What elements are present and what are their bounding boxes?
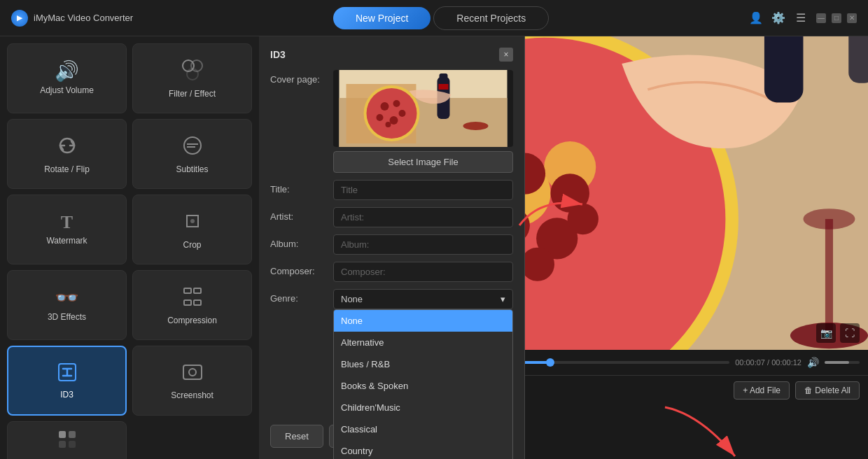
progress-thumb xyxy=(546,358,554,367)
genre-option-country[interactable]: Country xyxy=(334,440,512,459)
screenshot-icon xyxy=(182,362,203,386)
artist-input[interactable] xyxy=(333,207,513,227)
svg-point-50 xyxy=(568,204,598,234)
tool-compression-label: Compression xyxy=(167,316,217,325)
tool-filter-effect-label: Filter / Effect xyxy=(169,89,216,99)
artist-input-wrapper xyxy=(333,207,513,227)
album-field-row: Album: xyxy=(270,234,513,255)
genre-field-row: Genre: None ▾ None Alternative Blues / R… xyxy=(270,289,513,309)
id3-icon xyxy=(57,362,77,386)
genre-select-button[interactable]: None ▾ xyxy=(333,289,513,309)
genre-option-blues[interactable]: Blues / R&B xyxy=(334,353,512,375)
cover-image-svg xyxy=(333,70,513,147)
genre-option-classical[interactable]: Classical xyxy=(334,418,512,440)
rotate-flip-icon xyxy=(56,134,78,160)
tools-sidebar: 🔊 Adjust Volume Filter / Effect Rotate /… xyxy=(0,36,259,459)
tool-screenshot[interactable]: Screenshot xyxy=(132,346,252,416)
tool-crop-label: Crop xyxy=(183,240,201,250)
genre-option-none[interactable]: None xyxy=(334,310,512,332)
svg-rect-13 xyxy=(183,365,202,379)
adjust-volume-icon: 🔊 xyxy=(55,62,79,81)
tab-recent-projects[interactable]: Recent Projects xyxy=(433,6,549,30)
menu-icon[interactable]: ☰ xyxy=(794,11,808,25)
svg-point-59 xyxy=(803,209,855,230)
genre-label: Genre: xyxy=(270,289,326,304)
volume-bar[interactable] xyxy=(825,361,860,364)
svg-point-29 xyxy=(386,122,391,127)
watermark-icon: T xyxy=(61,213,73,232)
svg-point-25 xyxy=(393,100,400,107)
artist-field-row: Artist: xyxy=(270,207,513,227)
main-content: 🔊 Adjust Volume Filter / Effect Rotate /… xyxy=(0,36,868,459)
tool-rotate-flip-label: Rotate / Flip xyxy=(44,164,90,174)
tool-compression[interactable]: Compression xyxy=(132,270,252,340)
account-icon[interactable]: 👤 xyxy=(749,11,763,25)
time-current: 00:00:07 xyxy=(735,358,765,367)
svg-rect-31 xyxy=(440,73,448,84)
tool-subtitles[interactable]: Subtitles xyxy=(132,119,252,189)
tool-id3[interactable]: ID3 xyxy=(7,346,127,416)
fullscreen-icon[interactable]: ⛶ xyxy=(840,323,860,343)
subtitles-icon xyxy=(181,134,204,160)
genre-option-childrens[interactable]: Children'Music xyxy=(334,397,512,418)
svg-rect-17 xyxy=(59,441,66,448)
composer-input[interactable] xyxy=(333,262,513,282)
svg-rect-11 xyxy=(194,300,201,305)
tab-new-project[interactable]: New Project xyxy=(333,7,430,29)
3d-effects-icon: 👓 xyxy=(55,288,79,308)
album-input-wrapper xyxy=(333,234,513,255)
close-button[interactable]: ✕ xyxy=(847,13,857,23)
svg-rect-58 xyxy=(825,219,833,336)
svg-point-14 xyxy=(189,369,196,376)
minimize-button[interactable]: — xyxy=(816,13,826,23)
window-controls: — □ ✕ xyxy=(816,13,857,23)
tool-rotate-flip[interactable]: Rotate / Flip xyxy=(7,119,127,189)
tool-filter-effect[interactable]: Filter / Effect xyxy=(132,43,252,113)
title-input-wrapper xyxy=(333,180,513,200)
svg-rect-18 xyxy=(69,441,76,448)
genre-dropdown-list: None Alternative Blues / R&B Books & Spo… xyxy=(333,309,513,459)
tool-3d-effects[interactable]: 👓 3D Effects xyxy=(7,270,127,340)
tool-crop[interactable]: Crop xyxy=(132,195,252,264)
svg-rect-16 xyxy=(69,431,76,438)
svg-rect-15 xyxy=(59,431,66,438)
delete-all-button[interactable]: 🗑 Delete All xyxy=(795,381,860,400)
app-identity: ▶ iMyMac Video Converter xyxy=(11,10,133,27)
tool-subtitles-label: Subtitles xyxy=(176,164,208,174)
volume-icon[interactable]: 🔊 xyxy=(807,357,819,368)
dialog-title: ID3 xyxy=(270,49,286,60)
tool-watermark-label: Watermark xyxy=(46,236,87,246)
cover-page-field: Cover page: xyxy=(270,70,513,173)
tool-more[interactable]: More xyxy=(7,421,127,459)
cover-image xyxy=(333,70,513,147)
select-image-button[interactable]: Select Image File xyxy=(333,151,513,173)
preview-icons: 📷 ⛶ xyxy=(816,323,860,343)
tool-watermark[interactable]: T Watermark xyxy=(7,195,127,264)
tab-group: New Project Recent Projects xyxy=(333,6,549,30)
reset-button[interactable]: Reset xyxy=(270,425,323,448)
svg-point-3 xyxy=(184,137,201,154)
title-label: Title: xyxy=(270,180,326,195)
title-bar-controls: 👤 ⚙️ ☰ — □ ✕ xyxy=(749,11,857,25)
snapshot-icon[interactable]: 📷 xyxy=(816,323,836,343)
cover-page-label: Cover page: xyxy=(270,70,326,85)
album-input[interactable] xyxy=(333,234,513,255)
genre-option-alternative[interactable]: Alternative xyxy=(334,332,512,353)
add-file-button[interactable]: + Add File xyxy=(734,381,790,400)
svg-point-26 xyxy=(377,114,384,121)
title-input[interactable] xyxy=(333,180,513,200)
svg-point-33 xyxy=(463,122,489,130)
svg-point-23 xyxy=(367,88,417,139)
svg-point-27 xyxy=(390,116,398,125)
settings-icon[interactable]: ⚙️ xyxy=(771,11,785,25)
tool-adjust-volume[interactable]: 🔊 Adjust Volume xyxy=(7,43,127,113)
composer-field-row: Composer: xyxy=(270,262,513,282)
tool-screenshot-label: Screenshot xyxy=(171,390,214,400)
title-bar: ▶ iMyMac Video Converter New Project Rec… xyxy=(0,0,868,36)
id3-dialog: ID3 × Cover page: xyxy=(259,36,525,459)
maximize-button[interactable]: □ xyxy=(832,13,841,23)
genre-option-books[interactable]: Books & Spoken xyxy=(334,375,512,397)
time-total: 00:00:12 xyxy=(771,358,802,367)
dialog-close-button[interactable]: × xyxy=(499,48,513,62)
tool-3d-effects-label: 3D Effects xyxy=(48,312,86,322)
